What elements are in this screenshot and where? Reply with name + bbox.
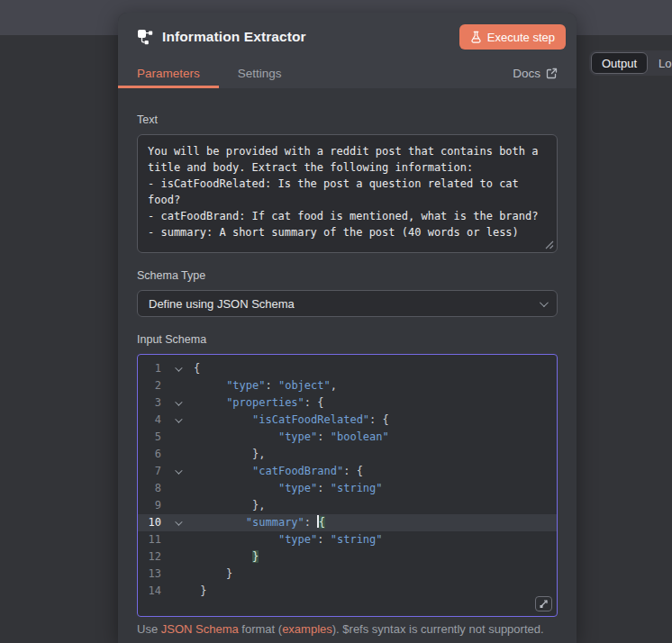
line-number: 9: [138, 497, 161, 514]
line-number: 11: [138, 531, 161, 548]
code-text: }: [194, 566, 557, 583]
code-line-3[interactable]: 3 "properties": {: [138, 394, 557, 412]
fold-spacer: [161, 480, 194, 497]
code-line-2[interactable]: 2 "type": "object",: [138, 377, 557, 394]
tab-parameters-label: Parameters: [137, 67, 200, 80]
code-line-9[interactable]: 9 },: [138, 497, 557, 514]
schema-footer-note: Use JSON Schema format (examples). $refs…: [137, 622, 558, 636]
fold-toggle[interactable]: [161, 463, 194, 480]
tab-output[interactable]: Output: [591, 52, 648, 74]
code-lines: 1{2 "type": "object",3 "properties": {4 …: [138, 360, 557, 600]
fold-spacer: [161, 446, 194, 463]
fold-toggle[interactable]: [161, 412, 194, 429]
format-code-button[interactable]: [535, 596, 552, 611]
code-text: }: [194, 583, 557, 600]
code-line-13[interactable]: 13 }: [138, 566, 557, 583]
output-logs-switcher: Output Logs: [589, 50, 672, 76]
code-text: "type": "string": [194, 480, 557, 497]
code-line-7[interactable]: 7 "catFoodBrand": {: [138, 463, 557, 480]
code-text: "summary": {: [194, 514, 557, 531]
information-extractor-panel: Information Extractor Execute step Param…: [118, 13, 577, 643]
fold-spacer: [161, 497, 194, 514]
code-line-12[interactable]: 12 }: [138, 548, 557, 566]
docs-label: Docs: [513, 67, 540, 80]
line-number: 14: [138, 583, 161, 600]
line-number: 1: [138, 360, 161, 377]
examples-link[interactable]: examples: [282, 622, 332, 636]
code-text: "catFoodBrand": {: [194, 463, 557, 480]
line-number: 3: [138, 394, 161, 412]
chevron-down-icon: [540, 298, 549, 307]
code-text: "type": "string": [194, 531, 557, 548]
tab-settings-label: Settings: [238, 67, 282, 80]
page-title: Information Extractor: [162, 29, 306, 45]
schema-type-select[interactable]: Define using JSON Schema: [137, 290, 558, 317]
execute-step-button[interactable]: Execute step: [459, 24, 566, 50]
tabs-row: Parameters Settings Docs: [118, 58, 577, 88]
line-number: 5: [138, 429, 161, 446]
fold-spacer: [161, 566, 194, 583]
flask-icon: [470, 31, 482, 43]
execute-step-label: Execute step: [487, 31, 555, 44]
tab-logs-label: Logs: [658, 57, 672, 70]
fold-spacer: [161, 531, 194, 548]
footer-post: ). $refs syntax is currently not support…: [332, 622, 544, 636]
line-number: 6: [138, 446, 161, 463]
code-line-8[interactable]: 8 "type": "string": [138, 480, 557, 497]
docs-link[interactable]: Docs: [513, 67, 558, 80]
json-schema-link[interactable]: JSON Schema: [161, 622, 239, 636]
line-number: 13: [138, 566, 161, 583]
line-number: 7: [138, 463, 161, 480]
code-line-1[interactable]: 1{: [138, 360, 557, 377]
code-line-4[interactable]: 4 "isCatFoodRelated": {: [138, 412, 557, 429]
line-number: 4: [138, 412, 161, 429]
fold-toggle[interactable]: [161, 394, 194, 412]
code-text: "type": "object",: [194, 377, 557, 394]
line-number: 2: [138, 377, 161, 394]
external-link-icon: [546, 68, 558, 79]
footer-mid: format (: [239, 622, 282, 636]
fold-spacer: [161, 583, 194, 600]
code-line-6[interactable]: 6 },: [138, 446, 557, 463]
code-line-10[interactable]: 10 "summary": {: [138, 514, 557, 531]
fold-toggle[interactable]: [161, 360, 194, 377]
code-line-14[interactable]: 14 }: [138, 583, 557, 600]
fold-chevron-icon: [175, 466, 182, 474]
schema-type-value: Define using JSON Schema: [149, 297, 295, 311]
fold-chevron-icon: [175, 364, 182, 371]
text-field-wrap: You will be provided with a reddit post …: [137, 134, 558, 253]
tab-output-label: Output: [602, 57, 637, 70]
fold-spacer: [161, 548, 194, 566]
line-number: 8: [138, 480, 161, 497]
code-text: "properties": {: [194, 394, 557, 412]
fold-toggle[interactable]: [161, 514, 194, 531]
fold-chevron-icon: [175, 518, 182, 525]
input-schema-label: Input Schema: [137, 333, 558, 346]
fold-chevron-icon: [175, 415, 182, 422]
schema-type-label: Schema Type: [137, 269, 558, 282]
line-number: 10: [138, 514, 161, 531]
code-text: "type": "boolean": [194, 429, 557, 446]
tab-settings[interactable]: Settings: [219, 58, 301, 88]
panel-header: Information Extractor Execute step Param…: [118, 13, 577, 88]
fold-spacer: [161, 377, 194, 394]
code-line-11[interactable]: 11 "type": "string": [138, 531, 557, 548]
code-line-5[interactable]: 5 "type": "boolean": [138, 429, 557, 446]
tab-logs[interactable]: Logs: [649, 57, 672, 70]
json-schema-editor[interactable]: 1{2 "type": "object",3 "properties": {4 …: [137, 354, 558, 617]
code-text: },: [194, 497, 557, 514]
code-text: },: [194, 446, 557, 463]
footer-pre: Use: [137, 622, 161, 636]
code-text: "isCatFoodRelated": {: [194, 412, 557, 429]
text-field-label: Text: [137, 113, 558, 126]
tab-parameters[interactable]: Parameters: [118, 58, 219, 88]
fold-chevron-icon: [175, 398, 182, 405]
workflow-node-icon: [137, 29, 153, 45]
format-code-icon: [539, 599, 549, 609]
title-row: Information Extractor Execute step: [118, 13, 577, 58]
text-input[interactable]: You will be provided with a reddit post …: [137, 134, 558, 253]
fold-spacer: [161, 429, 194, 446]
code-text: }: [194, 548, 557, 566]
code-text: {: [194, 360, 557, 377]
line-number: 12: [138, 548, 161, 566]
